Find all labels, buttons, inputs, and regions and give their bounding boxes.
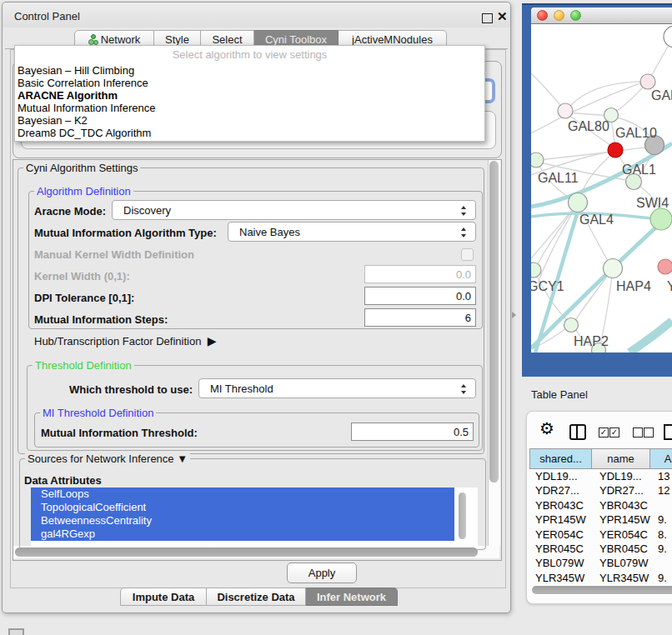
network-edge[interactable] [579,152,614,200]
document-icon[interactable] [664,424,672,440]
table-cell: YBR043C [599,499,648,512]
float-window-icon[interactable] [482,13,493,23]
table-row[interactable]: YDR27...YDR27...12 [529,483,672,498]
node-label: GAL10 [615,126,657,140]
aracne-mode-combobox[interactable]: Discovery [112,200,476,220]
algorithm-dropdown-popup: Select algorithm to view settings Bayesi… [14,45,485,142]
unchecked-checkbox-icon[interactable] [644,428,654,438]
network-edge[interactable] [574,271,611,322]
network-window-titlebar [531,8,672,24]
zoom-traffic-light[interactable] [570,10,581,21]
dropdown-item[interactable]: Mutual Information Inference [18,102,155,114]
manual-kernel-label: Manual Kernel Width Definition [34,248,194,261]
attribute-list-item[interactable]: gal4RGexp [31,528,454,541]
table-cell: 8. [658,528,667,541]
checked-checkbox-icon[interactable]: ✓ [599,428,609,438]
window-title: Control Panel [14,10,80,22]
expand-arrow-icon: ▶ [208,334,217,348]
node-label: HAP2 [574,334,609,348]
dropdown-item[interactable]: ARACNE Algorithm [18,89,118,102]
node-label: GAL1 [622,162,656,177]
mi-threshold-label: Mutual Information Threshold: [41,427,198,439]
gear-icon[interactable]: ⚙ [539,418,554,438]
node-gal7[interactable] [640,74,655,89]
node-gal4[interactable] [569,193,588,212]
splitter-arrow-icon[interactable] [512,312,516,318]
dropdown-item[interactable]: Dream8 DC_TDC Algorithm [18,127,151,139]
minimized-panel-icon[interactable] [8,628,24,635]
tab-impute-data[interactable]: Impute Data [120,588,207,606]
mi-threshold-title: MI Threshold Definition [40,407,156,419]
node-top[interactable] [664,26,672,48]
dropdown-item[interactable]: Bayesian – Hill Climbing [18,64,134,77]
table-row[interactable]: YBL079WYBL079W [529,556,672,570]
node-gal11[interactable] [531,152,544,168]
table-cell: YBR043C [535,499,584,512]
table-row[interactable]: YPR145WYPR145W9. [529,512,672,527]
list-scrollbar-thumb[interactable] [459,492,466,539]
column-header-1[interactable]: name [591,448,649,469]
table-row[interactable]: YDL19...YDL19...13 [529,469,672,483]
node-label: GAL11 [538,171,579,185]
node-label: SWI4 [636,196,669,210]
network-window: GAL7GAL80GAL10GAL1GAL11SWI4GAL4GCY1HAP4Y… [531,8,672,352]
bottom-tabstrip: Impute DataDiscretize DataInfer Network [120,588,398,606]
network-canvas[interactable]: GAL7GAL80GAL10GAL1GAL11SWI4GAL4GCY1HAP4Y… [531,24,672,352]
node-hap2[interactable] [564,318,579,332]
close-traffic-light[interactable] [537,10,548,21]
unchecked-checkbox-icon[interactable] [633,428,643,438]
attribute-list-item[interactable]: TopologicalCoefficient [31,501,454,514]
vertical-scrollbar-thumb[interactable] [489,161,499,482]
attribute-list-item[interactable]: BetweennessCentrality [31,514,454,528]
node-gal1[interactable] [608,142,623,158]
aracne-mode-label: Aracne Mode: [34,205,106,218]
node-gal80[interactable] [558,103,573,118]
combo-arrows-icon [461,205,467,217]
apply-button[interactable]: Apply [287,562,357,583]
mi-type-combobox[interactable]: Naive Bayes [228,222,476,242]
minimize-traffic-light[interactable] [554,10,564,21]
checked-checkbox-icon[interactable]: ✓ [609,428,619,438]
dropdown-item[interactable]: Bayesian – K2 [18,114,88,127]
dropdown-item[interactable]: Basic Correlation Inference [18,77,148,89]
kernel-width-label: Kernel Width (0,1): [34,270,130,282]
table-cell: 9. [658,513,667,526]
table-body: YDL19...YDL19...13YDR27...YDR27...12YBR0… [529,469,672,592]
kernel-width-field[interactable]: 0.0 [364,265,476,283]
collapse-arrow-icon[interactable]: ▼ [177,452,188,465]
node-salmon[interactable] [658,259,672,274]
mi-threshold-field[interactable]: 0.5 [351,422,474,441]
table-hscrollbar-thumb[interactable] [532,586,672,594]
table-cell: YDL19... [599,470,642,482]
dpi-tolerance-field[interactable]: 0.0 [364,287,476,305]
network-icon [88,34,97,45]
node-gcy1[interactable] [531,262,541,278]
table-cell: YER054C [535,528,584,541]
network-edge[interactable] [629,321,672,352]
dpi-tolerance-label: DPI Tolerance [0,1]: [34,292,134,304]
columns-icon[interactable] [569,424,586,440]
mi-type-value: Naive Bayes [239,226,300,238]
node-big-green[interactable] [650,208,672,230]
table-row[interactable]: YBR043CYBR043C [529,498,672,512]
table-row[interactable]: YLR345WYLR345W9. [529,571,672,585]
which-threshold-combobox[interactable]: MI Threshold [198,378,476,398]
hub-definition-toggle[interactable]: Hub/Transcription Factor Definition ▶ [34,334,216,348]
node-label: GAL7 [651,88,672,102]
table-cell: YPR145W [599,513,650,526]
mi-steps-field[interactable]: 6 [364,308,476,327]
mi-type-label: Mutual Information Algorithm Type: [34,227,217,239]
table-row[interactable]: YER054CYER054C8. [529,528,672,542]
close-icon[interactable]: ✕ [497,9,508,24]
combo-arrows-icon [461,383,467,395]
node-hap4[interactable] [604,259,623,278]
node-label: GAL4 [579,212,614,227]
tab-infer-network[interactable]: Infer Network [306,588,398,606]
column-header-0[interactable]: shared... [529,448,591,469]
attribute-list-item[interactable]: SelfLoops [31,488,454,501]
table-row[interactable]: YBR045CYBR045C9. [529,542,672,556]
manual-kernel-checkbox[interactable] [461,248,474,261]
cyni-settings-title: Cyni Algorithm Settings [23,162,140,174]
tab-discretize-data[interactable]: Discretize Data [207,588,306,606]
column-header-2[interactable]: A [649,448,672,469]
